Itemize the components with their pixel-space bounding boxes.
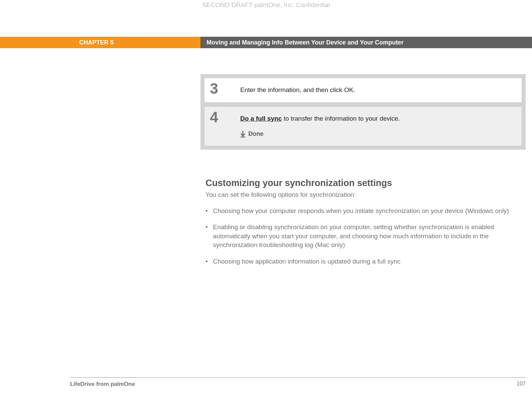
step-3-text: Enter the information, and then click OK… [240,78,522,102]
step-4-content: Do a full sync to transfer the informati… [240,107,522,146]
footer-rule [70,377,526,378]
bullet-1-text: Choosing how your computer responds when… [213,207,509,216]
step-3-number: 3 [205,78,240,102]
draft-header-text: SECOND DRAFT palmOne, Inc. Confidential [0,1,532,9]
footer: LifeDrive from palmOne 107 [70,381,526,388]
step-3-row: 3 Enter the information, and then click … [205,78,522,102]
done-row: Done [240,130,515,138]
bullet-item: • Enabling or disabling synchronization … [206,223,522,250]
down-arrow-icon [240,131,246,138]
step-4-number: 4 [205,107,240,146]
bullet-dot-icon: • [206,223,213,250]
bullet-item: • Choosing how application information i… [206,257,522,266]
bullet-item: • Choosing how your computer responds wh… [206,207,522,216]
section-heading: Customizing your synchronization setting… [206,178,522,188]
bullet-dot-icon: • [206,207,213,216]
page-number: 107 [517,381,526,388]
bullet-dot-icon: • [206,257,213,266]
bullet-3-text: Choosing how application information is … [213,257,401,266]
step-4-text-rest: to transfer the information to your devi… [282,115,400,122]
chapter-title: Moving and Managing Info Between Your De… [200,37,532,48]
step-4-row: 4 Do a full sync to transfer the informa… [205,107,522,146]
section-intro: You can set the following options for sy… [206,190,522,199]
done-label: Done [248,130,263,138]
footer-product-name: LifeDrive from palmOne [70,381,135,388]
bullet-2-text: Enabling or disabling synchronization on… [213,223,522,250]
steps-container: 3 Enter the information, and then click … [200,74,526,150]
do-a-full-sync-link[interactable]: Do a full sync [240,115,282,122]
chapter-bar: CHAPTER 5 Moving and Managing Info Betwe… [0,37,532,48]
body-text-region: Customizing your synchronization setting… [206,178,522,274]
chapter-label: CHAPTER 5 [0,37,200,48]
